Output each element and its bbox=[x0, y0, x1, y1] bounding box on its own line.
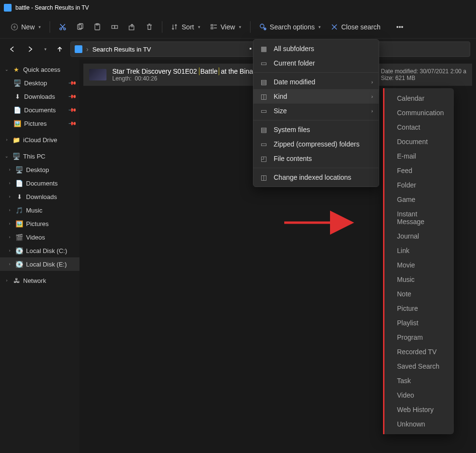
rename-icon bbox=[111, 23, 119, 31]
more-button[interactable]: ••• bbox=[391, 20, 409, 34]
network-icon: 🖧 bbox=[13, 277, 20, 284]
sidebar-item-music[interactable]: ›🎵Music bbox=[0, 203, 79, 217]
sort-label: Sort bbox=[182, 23, 194, 31]
new-button[interactable]: New ▾ bbox=[6, 20, 46, 34]
sidebar-icloud[interactable]: › 📁 iCloud Drive bbox=[0, 133, 79, 147]
kind-option-instant-message[interactable]: Instant Message bbox=[384, 207, 454, 229]
pin-icon: 📌 bbox=[67, 119, 77, 128]
back-button[interactable] bbox=[6, 42, 19, 56]
kind-option-calendar[interactable]: Calendar bbox=[384, 91, 454, 106]
sidebar: ⌄ ★ Quick access 🖥️Desktop📌⬇Downloads📌📄D… bbox=[0, 60, 79, 453]
sidebar-network[interactable]: › 🖧 Network bbox=[0, 274, 79, 287]
folder-icon: 🖥️ bbox=[13, 79, 21, 87]
sidebar-item-pictures[interactable]: ›🖼️Pictures bbox=[0, 217, 79, 230]
kind-option-unknown[interactable]: Unknown bbox=[384, 417, 454, 431]
menu-item-label: Size bbox=[274, 107, 366, 115]
kind-option-journal[interactable]: Journal bbox=[384, 229, 454, 243]
kind-option-document[interactable]: Document bbox=[384, 134, 454, 149]
kind-option-note[interactable]: Note bbox=[384, 287, 454, 301]
rename-button[interactable] bbox=[106, 20, 123, 34]
folder-icon: ⬇ bbox=[13, 93, 21, 100]
delete-button[interactable] bbox=[141, 20, 158, 34]
menu-icon: ▭ bbox=[259, 107, 268, 115]
kind-option-communication[interactable]: Communication bbox=[384, 106, 454, 120]
sort-button[interactable]: Sort ▾ bbox=[166, 20, 205, 34]
menu-item-system-files[interactable]: ▤System files bbox=[253, 122, 379, 137]
kind-option-folder[interactable]: Folder bbox=[384, 178, 454, 192]
plus-icon bbox=[11, 23, 18, 31]
kind-option-task[interactable]: Task bbox=[384, 373, 454, 388]
kind-option-feed[interactable]: Feed bbox=[384, 163, 454, 178]
sidebar-item-local-disk-e-[interactable]: ›💽Local Disk (E:) bbox=[0, 257, 79, 271]
sidebar-item-videos[interactable]: ›🎬Videos bbox=[0, 230, 79, 244]
menu-separator bbox=[253, 120, 379, 120]
paste-button[interactable] bbox=[89, 20, 106, 34]
menu-item-change-indexed-locations[interactable]: ◫Change indexed locations bbox=[253, 170, 379, 185]
menu-item-all-subfolders[interactable]: •▦All subfolders bbox=[253, 41, 379, 56]
kind-option-picture[interactable]: Picture bbox=[384, 301, 454, 316]
menu-item-zipped-compressed-folders[interactable]: ▭Zipped (compressed) folders bbox=[253, 137, 379, 151]
svg-point-12 bbox=[260, 24, 264, 28]
sidebar-item-desktop[interactable]: 🖥️Desktop📌 bbox=[0, 76, 79, 90]
chevron-right-icon: › bbox=[371, 94, 373, 99]
menu-icon: ◫ bbox=[259, 93, 268, 100]
search-options-button[interactable]: Search options ▾ bbox=[254, 20, 326, 34]
chevron-right-icon: › bbox=[7, 248, 13, 253]
sidebar-item-local-disk-c-[interactable]: ›💽Local Disk (C:) bbox=[0, 244, 79, 257]
sidebar-item-documents[interactable]: 📄Documents📌 bbox=[0, 103, 79, 117]
kind-option-playlist[interactable]: Playlist bbox=[384, 316, 454, 330]
chevron-right-icon: › bbox=[7, 194, 13, 199]
chevron-right-icon: › bbox=[7, 208, 13, 213]
svg-point-1 bbox=[60, 28, 62, 30]
menu-item-kind[interactable]: ◫Kind› bbox=[253, 89, 379, 104]
menu-item-label: Change indexed locations bbox=[274, 173, 373, 181]
kind-option-movie[interactable]: Movie bbox=[384, 258, 454, 272]
pin-icon: 📌 bbox=[67, 92, 77, 101]
kind-option-contact[interactable]: Contact bbox=[384, 120, 454, 134]
sidebar-quick-access[interactable]: ⌄ ★ Quick access bbox=[0, 63, 79, 76]
sidebar-this-pc[interactable]: ⌄ 🖥️ This PC bbox=[0, 149, 79, 163]
folder-icon: 🎬 bbox=[15, 233, 23, 241]
video-thumbnail bbox=[89, 69, 106, 80]
kind-option-saved-search[interactable]: Saved Search bbox=[384, 359, 454, 373]
menu-item-size[interactable]: ▭Size› bbox=[253, 104, 379, 118]
folder-icon: ⬇ bbox=[15, 193, 23, 200]
menu-item-date-modified[interactable]: ▤Date modified› bbox=[253, 75, 379, 89]
chevron-right-icon: › bbox=[7, 235, 13, 240]
sidebar-item-documents[interactable]: ›📄Documents bbox=[0, 176, 79, 190]
kind-option-recorded-tv[interactable]: Recorded TV bbox=[384, 345, 454, 359]
toolbar: New ▾ Sort ▾ View ▾ Search options ▾ Clo… bbox=[0, 15, 476, 39]
kind-option-video[interactable]: Video bbox=[384, 388, 454, 402]
menu-item-file-contents[interactable]: ◰File contents bbox=[253, 151, 379, 166]
share-button[interactable] bbox=[123, 20, 141, 34]
bullet-icon: • bbox=[248, 45, 253, 53]
kind-option-web-history[interactable]: Web History bbox=[384, 402, 454, 417]
sidebar-item-label: iCloud Drive bbox=[23, 136, 76, 144]
folder-icon: 🖼️ bbox=[13, 120, 21, 127]
sidebar-item-desktop[interactable]: ›🖥️Desktop bbox=[0, 163, 79, 176]
folder-icon: 💽 bbox=[15, 260, 23, 268]
menu-item-current-folder[interactable]: ▭Current folder bbox=[253, 56, 379, 70]
folder-icon: 💽 bbox=[15, 247, 23, 254]
chevron-right-icon: › bbox=[7, 167, 13, 172]
chevron-right-icon: › bbox=[371, 80, 373, 85]
kind-option-link[interactable]: Link bbox=[384, 243, 454, 258]
svg-rect-7 bbox=[112, 26, 115, 28]
cut-button[interactable] bbox=[54, 20, 71, 34]
forward-button[interactable] bbox=[23, 42, 37, 56]
sidebar-item-label: Music bbox=[26, 207, 76, 214]
sidebar-item-downloads[interactable]: ›⬇Downloads bbox=[0, 190, 79, 203]
pin-icon: 📌 bbox=[67, 78, 77, 87]
kind-option-music[interactable]: Music bbox=[384, 272, 454, 287]
kind-option-game[interactable]: Game bbox=[384, 192, 454, 207]
recent-button[interactable]: ▾ bbox=[40, 42, 49, 56]
up-button[interactable] bbox=[53, 42, 66, 56]
view-button[interactable]: View ▾ bbox=[205, 20, 246, 34]
sidebar-item-pictures[interactable]: 🖼️Pictures📌 bbox=[0, 117, 79, 130]
copy-button[interactable] bbox=[71, 20, 89, 34]
sidebar-item-downloads[interactable]: ⬇Downloads📌 bbox=[0, 90, 79, 103]
kind-option-e-mail[interactable]: E-mail bbox=[384, 149, 454, 163]
kind-option-program[interactable]: Program bbox=[384, 330, 454, 345]
close-search-button[interactable]: Close search bbox=[326, 20, 385, 34]
copy-icon bbox=[76, 23, 84, 31]
